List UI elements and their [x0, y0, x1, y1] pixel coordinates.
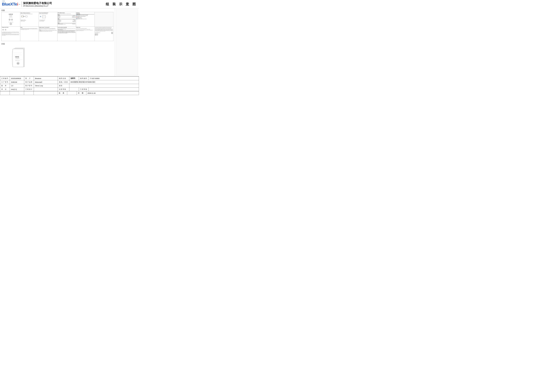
voice-label: Voice: [58, 23, 76, 23]
unit-value2: [10, 91, 24, 95]
manual-page-help: Help & more • Get help: Visit www.motoro…: [76, 27, 95, 41]
fullcharge-dot: [76, 18, 77, 18]
material-name-label: 物料名称: [58, 77, 69, 80]
earbuds-illustration: [8, 18, 13, 21]
right-decoration: [116, 9, 138, 75]
status-charging: Charging steady red: [76, 17, 94, 18]
pairing-desc: Pairing mode blue indicator blinks twice…: [77, 14, 88, 15]
bluextei-logo: BlueXTei TM 深圳澳特爱电子有限公司 ATI Electronics …: [2, 1, 52, 7]
main-content: 封面 VERVE LOOP Read me first: [0, 8, 139, 76]
step2-title: Step 2: Pair with Bluetooth™: [39, 13, 57, 14]
help-title: Help & more: [76, 27, 94, 28]
svg-text:M: M: [17, 63, 19, 64]
charging-desc: Charging steady red: [77, 17, 82, 18]
manual-page-responsible: Use this product responsibly Verve Loop …: [57, 27, 76, 41]
manual-page-reset: Reset Turn off Bluetooth for all connect…: [20, 27, 39, 41]
hubble-body: Hubble Connect for VerveLife can greatly…: [39, 28, 57, 30]
logo-area: BlueXTei TM 深圳澳特爱电子有限公司 ATI Electronics …: [2, 1, 52, 7]
company-name-cn: 深圳澳特爱电子有限公司: [23, 1, 52, 5]
poweroff-dot: [76, 19, 77, 19]
front-label: 封面: [1, 9, 113, 12]
calls-section: Calls answer callshort press ● receive/e…: [58, 18, 76, 22]
recycle-mark: ♻: [97, 34, 98, 35]
manual-page-step2: Step 2: Pair with Bluetooth™ Note: Turn …: [39, 12, 57, 27]
read-me-first: Read me first: [9, 17, 13, 17]
back-section: 封底: [1, 42, 113, 75]
footer-approval-row: 批 准 日 期 2016-11-16: [0, 91, 139, 95]
footer-row-4: 单 位 mm(1:1) 工程设计 业务审核 工程审核: [0, 88, 139, 91]
status-lights-content: Pairing mode blue indicator blinks twice…: [76, 14, 94, 19]
verve-loop: LOOP: [9, 15, 13, 16]
pairing-dot: [76, 15, 77, 15]
unit-value: mm(1:1): [10, 88, 24, 91]
step2-note: Note: Turn on Bluetooth on your device.: [39, 14, 57, 14]
reset-title: Reset: [21, 27, 38, 28]
version-label: 版 本: [0, 84, 10, 88]
company-name-en: ATI Electronics (Shenzhen) Co.,LT: [23, 5, 52, 7]
manual-page-charge-check: Change Level Check Turn off Bluetooth fo…: [1, 27, 20, 41]
step1-title: Step 1: Charge up & power on: [21, 13, 38, 14]
customer-label: 客 户: [24, 77, 34, 80]
engineering-design-value: [34, 88, 58, 91]
svg-point-4: [12, 19, 12, 20]
fullcharge-desc: Full charge steady blue: [77, 18, 82, 19]
manual-top-row: VERVE LOOP Read me first Your wireles: [1, 12, 113, 27]
calls-title: Calls & Music Control: [58, 13, 76, 13]
poweroff-desc: Power off blue indicator comes on for 3 …: [77, 19, 86, 19]
voice-note: During (siri) mode then sav the command: [58, 24, 76, 25]
material-name-value: 说明书: [69, 77, 79, 80]
svg-point-18: [5, 29, 6, 30]
version-value: 1.0: [10, 84, 24, 88]
approve-label: 批 准: [58, 91, 67, 95]
footer-row-2: 工厂型号 SH821M 客户品牌 Motorola® 规格／材质 80G双胶纸 …: [0, 80, 139, 84]
step1-body: • Charge your earbuds • DNA charger conn…: [21, 20, 38, 21]
date-value: 2016-11-16: [86, 91, 139, 95]
reset-body: Turn off Bluetooth for all connected dev…: [21, 28, 38, 30]
charging-dot: [76, 17, 77, 18]
material-code-value: 77-007-00950: [89, 77, 139, 80]
order-value: SO201609026: [10, 77, 24, 80]
regulatory-text: © Contact Channel of this product. This …: [95, 27, 113, 32]
music-section: Music play/pauseshort press ● volume dow…: [58, 14, 76, 18]
booklet-area: VERVE LOOP Read me first M: [7, 42, 31, 75]
calls-label: Calls: [58, 18, 76, 19]
material-code-label: 物料编码: [79, 77, 89, 80]
charge-illustration: ⚡: [21, 14, 28, 19]
unit-label2: [0, 91, 10, 95]
manual-page-verve: VERVE LOOP Read me first Your wireles: [1, 12, 20, 27]
booklet-svg: VERVE LOOP Read me first M: [9, 47, 28, 70]
manual-page-step1: Step 1: Charge up & power on Note: Befor…: [20, 12, 39, 27]
right-panel: [115, 8, 139, 76]
step2-body: 1. Turn on wireless earbuds 2. Go to Blu…: [39, 20, 57, 21]
manual-container: VERVE LOOP Read me first Your wireles: [1, 12, 113, 41]
website-text: www.motorolahome.com www.verve.life: [95, 32, 100, 34]
header: BlueXTei TM 深圳澳特爱电子有限公司 ATI Electronics …: [0, 0, 139, 8]
manual-bottom-row: Change Level Check Turn off Bluetooth fo…: [1, 27, 113, 41]
engineering-review-label: 工程审核: [79, 88, 89, 91]
left-panel: 封面 VERVE LOOP Read me first: [0, 8, 115, 76]
eng-design-val2: [34, 91, 58, 95]
bluetooth-illustration: 𝔅: [39, 14, 47, 19]
footer-row-3: 版 本 1.0 客户型号 Verve Loop 描述: [0, 84, 139, 88]
motorola-bottom: www.motorolahome.com www.verve.life M: [95, 32, 113, 34]
status-lights-title: Status lights: [76, 14, 94, 14]
manual-page-advanced: Advanced Status lights Pairing mode blue…: [76, 12, 95, 27]
svg-point-17: [3, 29, 3, 30]
charge-check-illustration: [2, 28, 7, 31]
lowbat-desc: Low battery red indicator blinks slowly: [77, 16, 85, 17]
customer-model-label: 客户型号: [24, 84, 34, 88]
engineering-review-value: [89, 88, 139, 91]
voice-row1: issue a voice commanddouble press ●: [58, 24, 76, 24]
connected-desc: Connected blue indicator blinks twice pe…: [77, 15, 88, 16]
svg-rect-6: [24, 16, 24, 17]
status-fullcharge: Full charge steady blue: [76, 18, 94, 19]
verve-brand: VERVE: [9, 14, 13, 15]
svg-point-3: [9, 19, 10, 20]
customer-brand-value: Motorola®: [34, 80, 58, 84]
responsible-title: Use this product responsibly: [58, 27, 76, 28]
page-title: 组 装 示 意 图: [106, 2, 137, 7]
motorola-m-logo: M: [111, 32, 113, 34]
customer-model-value: Verve Loop: [34, 84, 58, 88]
business-review-label: 业务审核: [58, 88, 69, 91]
spec-material-value: 80G双胶纸 单色印刷 65*80MM 装钉: [69, 80, 139, 84]
